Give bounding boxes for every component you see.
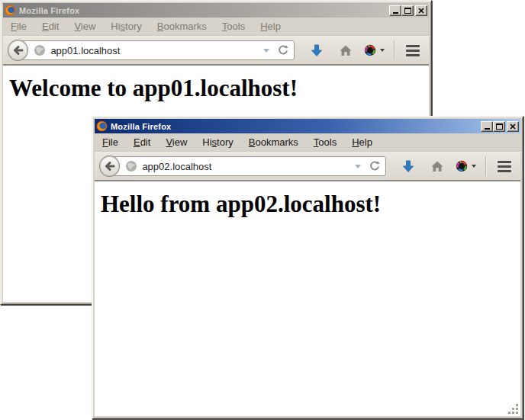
menu-help[interactable]: Help — [254, 19, 287, 34]
minimize-button[interactable] — [481, 121, 493, 132]
titlebar[interactable]: Mozilla Firefox — [95, 119, 520, 133]
maximize-icon — [404, 8, 411, 14]
firefox-logo-icon — [96, 120, 108, 132]
url-text[interactable]: app01.localhost — [50, 45, 260, 56]
home-icon — [340, 45, 352, 56]
page-heading: Hello from app02.localhost! — [101, 191, 514, 218]
url-bar[interactable]: app01.localhost — [18, 40, 295, 60]
minimize-icon — [485, 128, 490, 130]
menu-help[interactable]: Help — [346, 135, 378, 149]
addon-colorwheel-icon — [456, 160, 468, 172]
hamburger-menu-icon — [498, 161, 511, 163]
resize-grip-dots — [516, 412, 518, 414]
addon-dropdown-icon — [472, 165, 476, 168]
addon-colorwheel-icon — [364, 44, 376, 56]
menu-view[interactable]: View — [159, 135, 193, 149]
close-icon — [510, 123, 516, 130]
reload-icon[interactable] — [369, 160, 381, 172]
maximize-button[interactable] — [493, 121, 505, 132]
menu-tools[interactable]: Tools — [308, 135, 343, 149]
addon-dropdown-icon — [380, 49, 385, 52]
navigation-toolbar: app02.localhost — [95, 152, 520, 180]
download-arrow-icon — [311, 43, 323, 57]
toolbar-separator — [394, 40, 395, 60]
menu-history[interactable]: History — [105, 19, 147, 34]
back-arrow-icon — [103, 159, 117, 173]
urlbar-dropdown-icon[interactable] — [263, 49, 269, 53]
hamburger-menu-button[interactable] — [404, 42, 421, 59]
close-button[interactable] — [507, 121, 519, 132]
navigation-toolbar: app01.localhost — [3, 36, 429, 64]
close-button[interactable] — [415, 5, 427, 16]
toolbar-separator — [485, 156, 486, 176]
menu-file[interactable]: File — [96, 135, 124, 149]
site-globe-icon — [34, 44, 46, 56]
home-button[interactable] — [431, 161, 443, 172]
download-arrow-icon — [402, 159, 414, 173]
minimize-icon — [393, 12, 398, 14]
menubar: File Edit View History Bookmarks Tools H… — [95, 133, 520, 152]
menu-view[interactable]: View — [68, 19, 101, 34]
menu-bookmarks[interactable]: Bookmarks — [151, 19, 213, 34]
minimize-button[interactable] — [389, 5, 401, 16]
menu-history[interactable]: History — [196, 135, 239, 149]
window-title: Mozilla Firefox — [19, 6, 79, 15]
menubar: File Edit View History Bookmarks Tools H… — [3, 18, 429, 36]
reload-icon[interactable] — [277, 44, 289, 56]
maximize-button[interactable] — [401, 5, 414, 16]
home-icon — [431, 161, 443, 172]
titlebar[interactable]: Mozilla Firefox — [3, 3, 429, 18]
close-icon — [418, 8, 424, 14]
menu-edit[interactable]: Edit — [127, 135, 156, 149]
firefox-logo-icon — [5, 5, 16, 16]
firefox-window-app02: Mozilla Firefox File Edit View History B… — [92, 116, 523, 419]
url-bar[interactable]: app02.localhost — [109, 156, 386, 176]
menu-tools[interactable]: Tools — [216, 19, 251, 34]
url-text[interactable]: app02.localhost — [142, 161, 352, 172]
window-title: Mozilla Firefox — [111, 122, 171, 131]
back-arrow-icon — [11, 43, 25, 57]
hamburger-menu-icon — [406, 45, 420, 47]
download-button[interactable] — [402, 159, 414, 173]
urlbar-dropdown-icon[interactable] — [355, 165, 361, 168]
page-content-app02: Hello from app02.localhost! — [95, 180, 520, 416]
maximize-icon — [496, 123, 503, 130]
menu-bookmarks[interactable]: Bookmarks — [243, 135, 304, 149]
menu-edit[interactable]: Edit — [36, 19, 65, 34]
desktop: Mozilla Firefox File Edit View History B… — [0, 0, 525, 420]
addon-button[interactable] — [456, 160, 476, 172]
addon-button[interactable] — [364, 44, 385, 56]
site-globe-icon — [125, 160, 137, 172]
menu-file[interactable]: File — [5, 19, 33, 34]
resize-grip[interactable] — [507, 402, 519, 415]
home-button[interactable] — [340, 45, 352, 56]
download-button[interactable] — [311, 43, 323, 57]
hamburger-menu-button[interactable] — [496, 158, 513, 175]
page-heading: Welcome to app01.localhost! — [9, 75, 423, 102]
